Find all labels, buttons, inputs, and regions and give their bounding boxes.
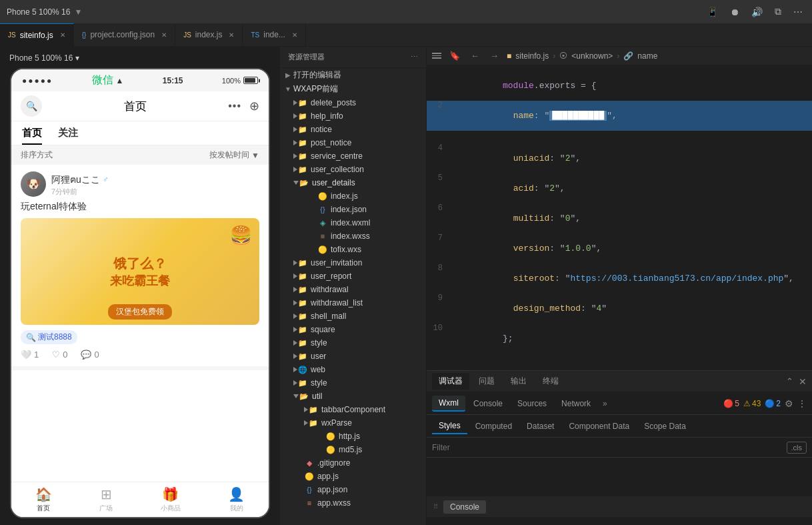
tree-item-index-json[interactable]: {} index.json [280,203,426,216]
devtools-settings-icon[interactable]: ⚙ [785,398,793,409]
styles-tab-styles[interactable]: Styles [432,418,467,434]
devtools-collapse-icon[interactable]: ⌃ [786,376,793,386]
styles-tab-component-data[interactable]: Component Data [562,419,636,434]
record-icon[interactable]: ⏺ [727,5,742,19]
tree-item-withdrawal-list[interactable]: 📁 withdrawal_list [280,296,426,310]
bottom-nav-profile-label: 我的 [230,504,243,513]
post-heart-button[interactable]: ♡ 0 [52,350,67,360]
code-editor[interactable]: module.exports = { 2 name: "██████████",… [427,65,812,370]
phone-tab-home[interactable]: 首页 [22,127,42,145]
phone-icon[interactable]: 📱 [704,5,721,19]
post-like-button[interactable]: 🤍 1 [21,350,39,360]
tree-item-tofix[interactable]: 🟡 tofix.wxs [280,243,426,256]
devtools-subtab-network[interactable]: Network [555,396,597,411]
phone-tab-follow[interactable]: 关注 [58,127,78,145]
tab-close-icon[interactable]: ✕ [161,31,167,39]
phone-toolbar: Phone 5 100% 16 ▾ [7,53,273,63]
hamburger-menu[interactable] [432,53,441,59]
more-icon[interactable]: ⋯ [791,5,805,19]
phone-discover-button[interactable]: ⊕ [249,99,259,113]
sort-dropdown[interactable]: 按发帖时间 ▼ [209,149,259,161]
breadcrumb: ■ siteinfo.js › ⦿ <unknown> › 🔗 name [507,51,807,61]
tree-item-square[interactable]: 📁 square [280,323,426,336]
tab-close-icon[interactable]: ✕ [229,31,234,39]
devtools-subtab-sources[interactable]: Sources [511,396,553,411]
tree-item-user[interactable]: 📁 user [280,350,426,363]
tree-label: delete_posts [311,98,356,107]
dropdown-icon[interactable]: ▼ [74,7,82,17]
bottom-nav-shop[interactable]: 🎁 小商品 [161,486,181,513]
tree-item-index-wxss[interactable]: ≡ index.wxss [280,229,426,243]
tree-item-delete-posts[interactable]: 📁 delete_posts [280,96,426,109]
tab-projectconfig[interactable]: {} project.config.json ✕ [74,23,175,46]
devtools-top-right: ⌃ ✕ [786,376,807,387]
wxss-file-icon: ≡ [304,498,315,508]
tree-item-index-js[interactable]: 🟡 index.js [280,189,426,203]
audio-icon[interactable]: 🔊 [749,5,765,19]
tree-item-app-js[interactable]: 🟡 app.js [280,470,426,483]
error-badge: 🔴 5 [723,399,739,408]
bottom-nav-square[interactable]: ⊞ 广场 [99,486,113,513]
tab-close-icon[interactable]: ✕ [292,31,297,39]
back-icon[interactable]: ← [468,49,482,62]
bookmark-icon[interactable]: 🔖 [447,49,463,62]
explorer-section-wxapp[interactable]: ▼ WXAPP前端 [280,82,426,96]
tree-item-style2[interactable]: 📁 style [280,376,426,390]
tab-index2[interactable]: TS inde... ✕ [243,23,305,46]
devtools-tab-problems[interactable]: 问题 [472,373,501,390]
styles-tab-dataset[interactable]: Dataset [520,419,561,434]
forward-icon[interactable]: → [487,49,501,62]
tree-item-help-info[interactable]: 📁 help_info [280,109,426,123]
bottom-nav-profile[interactable]: 👤 我的 [228,486,245,513]
devtools-tab-debugger[interactable]: 调试器 [432,373,469,390]
breadcrumb-unknown: <unknown> [571,51,613,61]
split-icon[interactable]: ⧉ [772,5,784,19]
devtools-close-button[interactable]: ✕ [799,376,807,387]
explorer-more-icon[interactable]: ⋯ [411,53,418,61]
phone-search-button[interactable]: 🔍 [21,95,42,117]
code-line-5: 5 acid: "2", [427,173,812,203]
tree-item-shell-mall[interactable]: 📁 shell_mall [280,310,426,323]
tree-item-md5[interactable]: 🟡 md5.js [280,443,426,456]
tree-item-http[interactable]: 🟡 http.js [280,430,426,443]
tree-item-web[interactable]: 🌐 web [280,363,426,376]
tree-item-util[interactable]: 📂 util [280,390,426,403]
tree-item-app-json[interactable]: {} app.json [280,483,426,496]
tree-item-notice[interactable]: 📁 notice [280,123,426,136]
highlighted-value: ██████████ [549,111,607,121]
tree-item-post-notice[interactable]: 📁 post_notice [280,136,426,149]
devtools-more-tabs[interactable]: » [599,396,611,411]
tab-close-icon[interactable]: ✕ [60,31,65,39]
line-content: module.exports = { [451,71,812,101]
tab-indexjs[interactable]: JS index.js ✕ [175,23,243,46]
styles-tab-computed[interactable]: Computed [469,419,519,434]
tree-item-tabbarcomponent[interactable]: 📁 tabbarComponent [280,403,426,416]
console-button[interactable]: Console [443,500,486,514]
styles-tab-scope-data[interactable]: Scope Data [637,419,693,434]
devtools-tab-terminal[interactable]: 终端 [536,373,565,390]
tree-item-index-wxml[interactable]: ◈ index.wxml [280,216,426,229]
post-comment-button[interactable]: 💬 0 [81,350,99,360]
tree-item-user-invitation[interactable]: 📁 user_invitation [280,256,426,270]
tab-siteinfo[interactable]: JS siteinfo.js ✕ [0,23,74,46]
tree-item-withdrawal[interactable]: 📁 withdrawal [280,283,426,296]
tree-item-wxparse[interactable]: 📁 wxParse [280,416,426,430]
tree-item-user-collection[interactable]: 📁 user_collection [280,163,426,176]
phone-more-button[interactable]: ••• [228,100,241,112]
tree-item-user-details[interactable]: 📂 user_details [280,176,426,189]
explorer-section-editors[interactable]: ▶ 打开的编辑器 [280,68,426,82]
tree-item-style[interactable]: 📁 style [280,336,426,350]
js-icon: JS [183,31,191,39]
devtools-subtab-wxml[interactable]: Wxml [432,396,465,412]
tree-item-user-report[interactable]: 📁 user_report [280,270,426,283]
devtools-kebab-icon[interactable]: ⋮ [797,398,807,409]
line-content: version: "1.0.0", [451,233,812,264]
bottom-nav-home[interactable]: 🏠 首页 [35,486,52,513]
cls-button[interactable]: .cls [787,442,807,454]
filter-input[interactable] [432,443,787,452]
tree-item-service-centre[interactable]: 📁 service_centre [280,149,426,163]
devtools-subtab-console[interactable]: Console [467,396,509,411]
devtools-tab-output[interactable]: 输出 [504,373,533,390]
tree-item-gitignore[interactable]: ◆ .gitignore [280,456,426,470]
tree-item-app-wxss[interactable]: ≡ app.wxss [280,496,426,510]
